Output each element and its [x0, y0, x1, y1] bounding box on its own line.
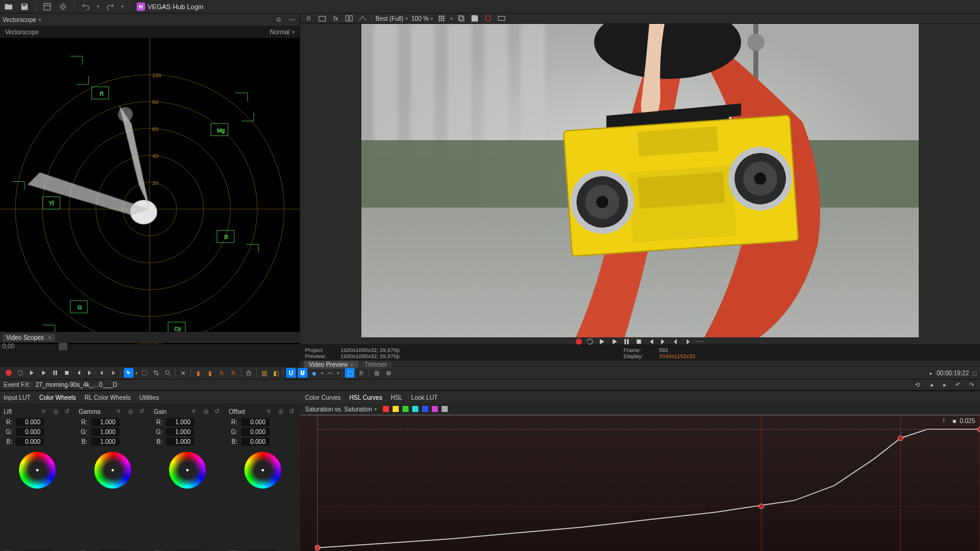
channel-chip[interactable] — [442, 406, 448, 412]
properties-icon[interactable] — [42, 2, 52, 12]
play-icon[interactable] — [610, 337, 619, 346]
save-snapshot-icon[interactable] — [470, 13, 480, 23]
g-value[interactable]: 0.000 — [241, 428, 270, 436]
color-wheel[interactable] — [94, 452, 131, 489]
tab-rl-color-wheels[interactable]: RL Color Wheels — [85, 394, 130, 401]
channel-chip[interactable] — [432, 406, 438, 412]
tab-video-scopes[interactable]: Video Scopes × — [2, 334, 55, 342]
zoom-tool[interactable] — [163, 368, 173, 378]
fx-redo-icon[interactable]: ↷ — [967, 380, 976, 390]
ripple-dropdown[interactable]: ▾ — [321, 370, 323, 376]
snap-a-icon[interactable]: ▥ — [259, 368, 269, 378]
channel-chip[interactable] — [383, 406, 389, 412]
stop-icon[interactable] — [635, 337, 643, 346]
more-icon[interactable]: ⋯ — [696, 337, 704, 346]
go-end-icon[interactable] — [85, 368, 95, 378]
marker-c-icon[interactable]: ⎘ — [217, 368, 227, 378]
u-button[interactable]: U — [286, 368, 296, 378]
target-icon[interactable]: ◎ — [203, 408, 211, 415]
add-track-icon[interactable]: ⊞ — [372, 368, 382, 378]
tv-icon[interactable] — [497, 13, 507, 23]
zoom-dropdown[interactable]: 100 %▾ — [412, 15, 433, 22]
close-icon[interactable]: × — [48, 334, 51, 341]
selection-tool[interactable] — [140, 368, 149, 378]
next-frame-icon[interactable] — [684, 337, 692, 346]
ripple-icon[interactable]: ◆ — [309, 368, 319, 378]
stop-icon[interactable] — [62, 368, 72, 378]
pause-icon[interactable] — [622, 337, 631, 346]
copy-icon[interactable] — [456, 13, 466, 23]
tab-hsl-curves[interactable]: HSL Curves — [349, 394, 382, 401]
sliders-icon[interactable]: ≡ — [267, 408, 274, 415]
snap-b-icon[interactable]: ◧ — [271, 368, 281, 378]
save-icon[interactable] — [20, 2, 29, 12]
marker-a-icon[interactable]: ▮ — [194, 368, 203, 378]
magnet-icon[interactable] — [298, 368, 307, 378]
fx-prev-icon[interactable]: ◂ — [926, 380, 936, 390]
r-value[interactable]: 1.000 — [91, 418, 119, 426]
fx-undo-icon[interactable]: ↶ — [953, 380, 963, 390]
gear-icon[interactable] — [58, 2, 68, 12]
quality-dropdown[interactable]: Best (Full)▾ — [375, 15, 408, 22]
redo-icon[interactable] — [105, 2, 115, 12]
record-preview-icon[interactable] — [483, 13, 493, 23]
open-icon[interactable] — [4, 2, 13, 12]
more-icon[interactable] — [287, 15, 297, 24]
fx-icon[interactable]: fx — [331, 13, 341, 23]
tab-hsl[interactable]: HSL — [391, 394, 402, 401]
b-value[interactable]: 1.000 — [91, 438, 119, 446]
play-icon[interactable] — [39, 368, 48, 378]
sliders-icon[interactable]: ≡ — [192, 408, 200, 415]
fx-reset-icon[interactable]: ⟲ — [913, 380, 922, 390]
normal-edit-tool[interactable] — [124, 368, 134, 378]
fx-next-icon[interactable]: ▸ — [940, 380, 949, 390]
prev-frame-icon[interactable] — [671, 337, 680, 346]
grid-icon[interactable] — [437, 13, 447, 23]
scopes-dropdown[interactable]: Vectorscope▾ — [2, 17, 41, 23]
auto-crossfade-icon[interactable] — [325, 368, 335, 378]
b-value[interactable]: 1.000 — [166, 438, 194, 446]
lock-icon[interactable] — [244, 368, 254, 378]
envelope-icon[interactable]: ⬚ — [345, 368, 355, 378]
hub-login-button[interactable]: H VEGAS Hub Login — [137, 2, 203, 11]
reset-icon[interactable]: ↺ — [289, 408, 296, 415]
reset-icon[interactable]: ↺ — [139, 408, 146, 415]
grid-dropdown[interactable]: ▾ — [450, 16, 453, 21]
sliders-icon[interactable]: ≡ — [42, 408, 50, 415]
r-value[interactable]: 1.000 — [166, 418, 194, 426]
overlay-icon[interactable] — [358, 13, 368, 23]
fade-dropdown[interactable]: ▾ — [337, 370, 339, 376]
curves-graph[interactable]: ⟟ ■ 0.025 — [300, 414, 980, 551]
prev-frame-icon[interactable] — [97, 368, 107, 378]
go-start-icon[interactable] — [74, 368, 83, 378]
scopes-mode-dropdown[interactable]: Normal▾ — [270, 29, 295, 36]
marker-d-icon[interactable]: ⎘ — [228, 368, 238, 378]
loop-icon[interactable] — [15, 368, 25, 378]
play-start-icon[interactable] — [598, 337, 606, 346]
undo-dropdown[interactable]: ▾ — [97, 4, 99, 9]
channel-chip[interactable] — [402, 406, 409, 412]
close-icon[interactable]: × — [350, 362, 353, 368]
r-value[interactable]: 0.000 — [16, 418, 44, 426]
pause-icon[interactable] — [50, 368, 60, 378]
tab-utilities[interactable]: Utilities — [139, 394, 159, 401]
target-icon[interactable]: ◎ — [128, 408, 135, 415]
go-start-icon[interactable] — [647, 337, 655, 346]
crop-tool[interactable] — [151, 368, 161, 378]
r-value[interactable]: 0.000 — [241, 418, 270, 426]
curves-mode-dropdown[interactable]: Saturation vs. Saturation▾ — [305, 406, 377, 413]
play-start-icon[interactable] — [27, 368, 37, 378]
tab-color-curves[interactable]: Color Curves — [305, 394, 341, 401]
settings-icon[interactable]: ⚙ — [383, 368, 393, 378]
record-button[interactable] — [4, 368, 13, 378]
external-icon[interactable] — [317, 13, 327, 23]
channel-chip[interactable] — [412, 406, 418, 412]
gear-icon[interactable] — [304, 13, 314, 23]
target-icon[interactable]: ◎ — [53, 408, 61, 415]
split-icon[interactable] — [344, 13, 354, 23]
color-wheel[interactable] — [244, 452, 281, 489]
sliders-icon[interactable]: ≡ — [117, 408, 124, 415]
marker-icon[interactable] — [59, 343, 67, 350]
go-end-icon[interactable] — [659, 337, 668, 346]
b-value[interactable]: 0.000 — [241, 438, 270, 446]
